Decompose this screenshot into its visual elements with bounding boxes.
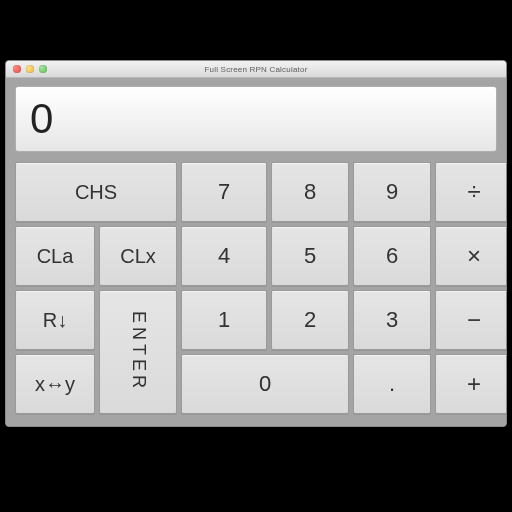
window-title: Full Screen RPN Calculator [6, 65, 506, 74]
minimize-icon[interactable] [26, 65, 34, 73]
digit-2-button[interactable]: 2 [271, 290, 349, 350]
clear-x-button[interactable]: CLx [99, 226, 177, 286]
enter-button[interactable]: ENTER [99, 290, 177, 414]
digit-8-button[interactable]: 8 [271, 162, 349, 222]
digit-4-button[interactable]: 4 [181, 226, 267, 286]
close-icon[interactable] [13, 65, 21, 73]
digit-5-button[interactable]: 5 [271, 226, 349, 286]
add-button[interactable]: + [435, 354, 507, 414]
chs-button[interactable]: CHS [15, 162, 177, 222]
titlebar: Full Screen RPN Calculator [6, 61, 506, 78]
digit-7-button[interactable]: 7 [181, 162, 267, 222]
digit-0-button[interactable]: 0 [181, 354, 349, 414]
swap-xy-button[interactable]: x↔y [15, 354, 95, 414]
subtract-button[interactable]: − [435, 290, 507, 350]
window-controls [6, 65, 47, 73]
zoom-icon[interactable] [39, 65, 47, 73]
divide-button[interactable]: ÷ [435, 162, 507, 222]
roll-down-button[interactable]: R↓ [15, 290, 95, 350]
digit-6-button[interactable]: 6 [353, 226, 431, 286]
keypad: CHS 7 8 9 ÷ CLa CLx 4 5 6 × R↓ ENTER 1 2… [15, 162, 497, 414]
digit-9-button[interactable]: 9 [353, 162, 431, 222]
multiply-button[interactable]: × [435, 226, 507, 286]
clear-all-button[interactable]: CLa [15, 226, 95, 286]
digit-1-button[interactable]: 1 [181, 290, 267, 350]
calculator-window: Full Screen RPN Calculator 0 CHS 7 8 9 ÷… [5, 60, 507, 427]
decimal-button[interactable]: . [353, 354, 431, 414]
digit-3-button[interactable]: 3 [353, 290, 431, 350]
display: 0 [15, 86, 497, 152]
